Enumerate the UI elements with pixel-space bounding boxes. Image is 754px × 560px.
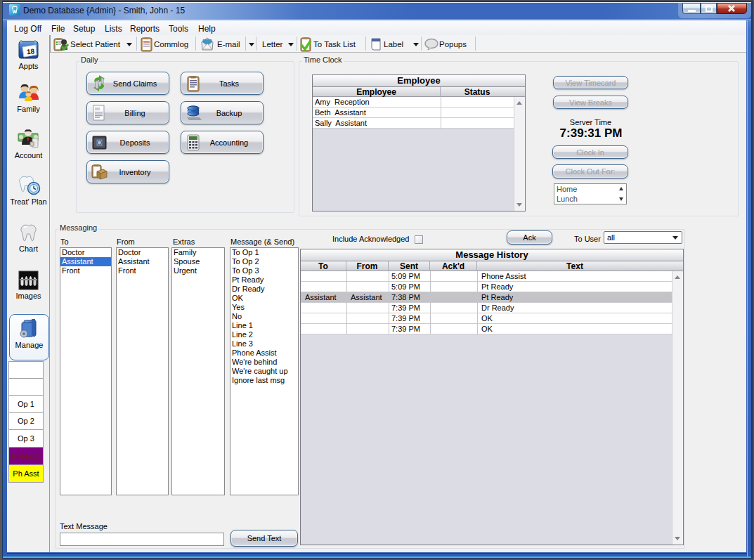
svg-text:18: 18 [27, 47, 35, 56]
